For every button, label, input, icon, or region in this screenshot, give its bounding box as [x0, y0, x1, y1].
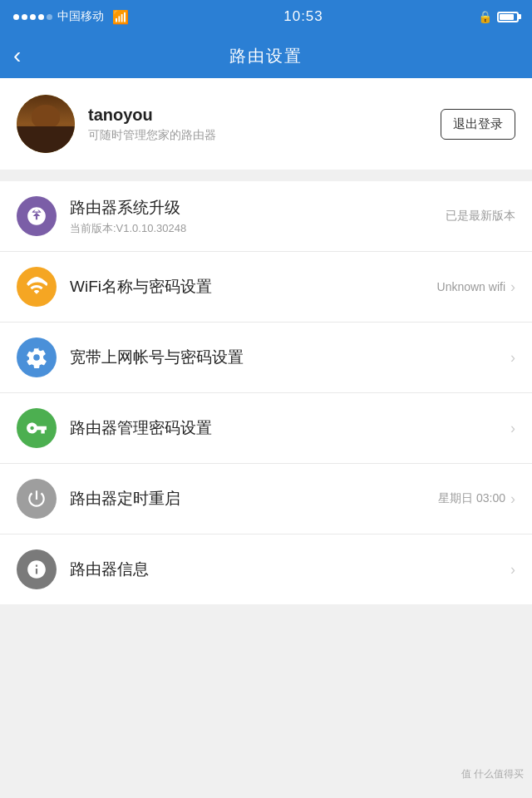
- battery-fill: [500, 14, 514, 20]
- wifi-content: WiFi名称与密码设置: [70, 276, 437, 298]
- upgrade-status: 已是最新版本: [446, 209, 515, 224]
- router-password-title: 路由器管理密码设置: [70, 417, 510, 439]
- menu-item-router-info[interactable]: 路由器信息 ›: [0, 534, 532, 604]
- timer-restart-value: 星期日 03:00: [438, 491, 505, 506]
- signal-dot-1: [13, 14, 19, 20]
- carrier-label: 中国移动: [57, 9, 104, 24]
- signal-dots: [13, 14, 52, 20]
- menu-item-router-password[interactable]: 路由器管理密码设置 ›: [0, 393, 532, 464]
- router-info-right: ›: [510, 561, 515, 579]
- router-password-content: 路由器管理密码设置: [70, 417, 510, 439]
- router-info-title: 路由器信息: [70, 559, 510, 580]
- signal-dot-5: [47, 14, 52, 20]
- broadband-icon-wrap: [17, 337, 57, 377]
- wifi-right: Unknown wifi ›: [437, 278, 515, 296]
- wifi-icon-wrap: [17, 267, 57, 307]
- upgrade-icon-wrap: [17, 196, 57, 236]
- power-icon: [26, 488, 47, 510]
- timer-restart-right: 星期日 03:00 ›: [438, 490, 515, 508]
- user-card: tanoyou 可随时管理您家的路由器 退出登录: [0, 78, 532, 170]
- upgrade-content: 路由器系统升级 当前版本:V1.0.10.30248: [70, 197, 446, 236]
- page-title: 路由设置: [229, 45, 303, 67]
- router-info-chevron: ›: [510, 561, 515, 579]
- status-time: 10:53: [283, 8, 323, 25]
- upgrade-right: 已是最新版本: [446, 209, 515, 224]
- menu-section: 路由器系统升级 当前版本:V1.0.10.30248 已是最新版本 WiFi名称…: [0, 181, 532, 604]
- avatar-image: [17, 95, 75, 153]
- user-info: tanoyou 可随时管理您家的路由器: [88, 106, 427, 143]
- broadband-right: ›: [510, 349, 515, 367]
- wifi-status-icon: 📶: [112, 9, 129, 25]
- avatar: [17, 95, 75, 153]
- wifi-title: WiFi名称与密码设置: [70, 276, 437, 298]
- router-info-content: 路由器信息: [70, 559, 510, 580]
- nav-bar: ‹ 路由设置: [0, 33, 532, 78]
- broadband-title: 宽带上网帐号与密码设置: [70, 347, 510, 368]
- timer-restart-title: 路由器定时重启: [70, 488, 438, 510]
- status-right: 🔒: [478, 10, 519, 23]
- signal-dot-4: [38, 14, 44, 20]
- key-icon: [26, 417, 47, 439]
- back-button[interactable]: ‹: [13, 41, 27, 71]
- lock-icon: 🔒: [478, 10, 492, 23]
- wifi-settings-icon: [26, 276, 47, 298]
- router-password-chevron: ›: [510, 420, 515, 437]
- menu-item-upgrade[interactable]: 路由器系统升级 当前版本:V1.0.10.30248 已是最新版本: [0, 181, 532, 252]
- menu-item-timer-restart[interactable]: 路由器定时重启 星期日 03:00 ›: [0, 464, 532, 534]
- section-divider: [0, 170, 532, 181]
- battery-icon: [497, 12, 519, 22]
- router-info-icon-wrap: [17, 549, 57, 589]
- info-icon: [26, 559, 47, 580]
- upgrade-icon: [26, 205, 47, 227]
- menu-item-wifi[interactable]: WiFi名称与密码设置 Unknown wifi ›: [0, 252, 532, 323]
- status-bar: 中国移动 📶 10:53 🔒: [0, 0, 532, 33]
- timer-restart-content: 路由器定时重启: [70, 488, 438, 510]
- upgrade-title: 路由器系统升级: [70, 197, 446, 219]
- wifi-value: Unknown wifi: [437, 280, 505, 293]
- timer-restart-icon-wrap: [17, 479, 57, 519]
- signal-dot-3: [30, 14, 36, 20]
- logout-button[interactable]: 退出登录: [441, 109, 515, 140]
- broadband-chevron: ›: [510, 349, 515, 367]
- signal-dot-2: [22, 14, 27, 20]
- upgrade-subtitle: 当前版本:V1.0.10.30248: [70, 221, 446, 236]
- broadband-content: 宽带上网帐号与密码设置: [70, 347, 510, 368]
- user-description: 可随时管理您家的路由器: [88, 128, 427, 143]
- timer-restart-chevron: ›: [510, 490, 515, 508]
- router-password-icon-wrap: [17, 408, 57, 448]
- wifi-chevron: ›: [510, 278, 515, 296]
- menu-item-broadband[interactable]: 宽带上网帐号与密码设置 ›: [0, 323, 532, 393]
- broadband-icon: [26, 347, 47, 368]
- status-left: 中国移动 📶: [13, 9, 129, 25]
- router-password-right: ›: [510, 420, 515, 437]
- watermark: 值 什么值得买: [461, 767, 524, 781]
- username: tanoyou: [88, 106, 427, 125]
